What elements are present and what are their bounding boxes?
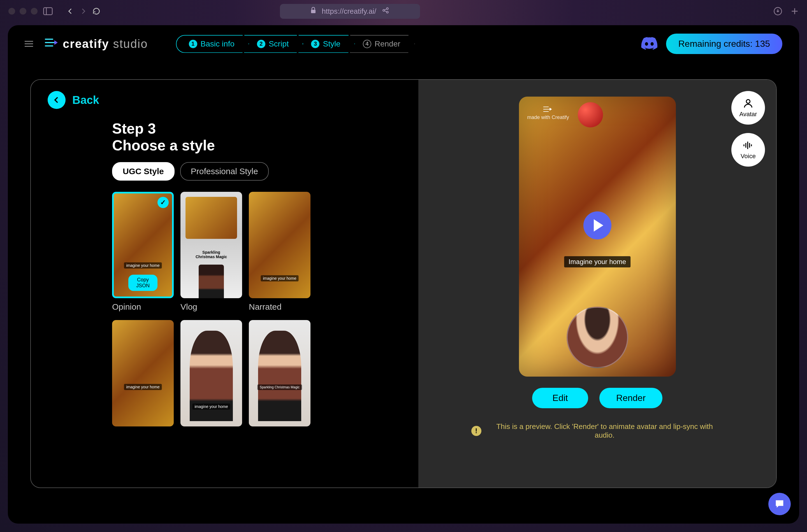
card-label-opinion: Opinion	[112, 302, 174, 312]
style-tabs: UGC Style Professional Style	[112, 162, 402, 180]
step-heading: Step 3	[112, 120, 402, 137]
close-window-icon[interactable]	[8, 8, 15, 15]
logo-mark-icon	[44, 36, 60, 52]
reload-icon[interactable]	[92, 7, 100, 15]
topbar: creatify studio 1 Basic info 2 Script 3 …	[8, 25, 799, 62]
card-label-narrated: Narrated	[249, 302, 310, 312]
logo[interactable]: creatify studio	[44, 36, 148, 52]
svg-point-11	[746, 100, 750, 103]
style-card-4[interactable]: imagine your home	[112, 320, 174, 426]
style-card-6[interactable]: Sparkling Christmas Magic	[249, 320, 310, 426]
browser-chrome: https://creatify.ai/	[0, 0, 807, 22]
nav-back-icon[interactable]	[67, 7, 74, 15]
chat-widget-icon[interactable]	[768, 493, 791, 515]
url-bar[interactable]: https://creatify.ai/	[280, 4, 420, 19]
left-pane: Back Step 3 Choose a style UGC Style Pro…	[31, 80, 418, 488]
edit-button[interactable]: Edit	[532, 388, 588, 408]
minimize-window-icon[interactable]	[20, 8, 26, 15]
thumb-5[interactable]: imagine your home	[181, 320, 242, 426]
back-button[interactable]	[48, 91, 66, 109]
play-icon	[594, 219, 603, 231]
svg-line-6	[384, 9, 387, 10]
step-basic-info[interactable]: 1 Basic info	[176, 35, 249, 53]
thumb-vlog[interactable]: SparklingChristmas Magic	[181, 192, 242, 298]
right-pane: Avatar Voice made with Creatify Imagine …	[418, 80, 776, 488]
selected-check-icon: ✓	[158, 197, 169, 208]
share-icon[interactable]	[382, 7, 389, 16]
back-label[interactable]: Back	[72, 94, 99, 107]
preview-card[interactable]: made with Creatify Imagine your home	[519, 97, 676, 377]
svg-line-7	[384, 11, 387, 12]
preview-note: ! This is a preview. Click 'Render' to a…	[471, 422, 723, 440]
thumb-opinion[interactable]: ✓ imagine your home Copy JSON	[112, 192, 174, 298]
tab-professional-style[interactable]: Professional Style	[180, 162, 269, 180]
vlog-avatar-icon	[199, 265, 224, 298]
card-label-vlog: Vlog	[181, 302, 242, 312]
preview-watermark: made with Creatify	[527, 105, 569, 120]
style-card-narrated[interactable]: imagine your home Narrated	[249, 192, 310, 312]
lock-icon	[310, 7, 316, 16]
nav-forward-icon[interactable]	[79, 7, 87, 15]
ornament-decoration	[578, 102, 603, 127]
thumb-4[interactable]: imagine your home	[112, 320, 174, 426]
discord-icon[interactable]	[641, 37, 658, 51]
style-card-vlog[interactable]: SparklingChristmas Magic Vlog	[181, 192, 242, 312]
preview-caption: Imagine your home	[564, 256, 630, 267]
logo-suffix: studio	[113, 37, 148, 51]
svg-point-3	[383, 9, 385, 11]
svg-point-4	[386, 7, 388, 10]
new-tab-icon[interactable]	[791, 7, 799, 15]
style-card-opinion[interactable]: ✓ imagine your home Copy JSON Opinion	[112, 192, 174, 312]
style-card-5[interactable]: imagine your home	[181, 320, 242, 426]
maximize-window-icon[interactable]	[31, 8, 38, 15]
svg-point-5	[386, 11, 388, 13]
svg-rect-2	[311, 10, 315, 13]
window-controls	[8, 8, 38, 15]
sidebar-toggle-icon[interactable]	[43, 7, 53, 15]
tab-ugc-style[interactable]: UGC Style	[112, 162, 175, 180]
warning-icon: !	[471, 426, 481, 436]
avatar-button[interactable]: Avatar	[731, 91, 765, 125]
credits-pill[interactable]: Remaining credits: 135	[666, 34, 782, 54]
preview-avatar-bubble	[567, 307, 628, 368]
voice-button[interactable]: Voice	[731, 133, 765, 167]
stepper: 1 Basic info 2 Script 3 Style 4 Render	[176, 35, 415, 53]
step-script[interactable]: 2 Script	[244, 35, 304, 53]
step-render[interactable]: 4 Render	[350, 35, 415, 53]
style-grid: ✓ imagine your home Copy JSON Opinion Sp…	[112, 192, 402, 426]
thumb-6[interactable]: Sparkling Christmas Magic	[249, 320, 310, 426]
svg-rect-0	[44, 7, 52, 15]
app-container: creatify studio 1 Basic info 2 Script 3 …	[8, 25, 799, 524]
step-style[interactable]: 3 Style	[298, 35, 355, 53]
thumb-narrated[interactable]: imagine your home	[249, 192, 310, 298]
main-panel: Back Step 3 Choose a style UGC Style Pro…	[30, 79, 777, 488]
step-subheading: Choose a style	[112, 137, 402, 154]
url-text: https://creatify.ai/	[322, 7, 376, 16]
play-button[interactable]	[583, 211, 611, 240]
render-button[interactable]: Render	[599, 388, 662, 408]
logo-text: creatify	[63, 37, 109, 51]
menu-icon[interactable]	[25, 41, 33, 47]
copy-json-button[interactable]: Copy JSON	[128, 275, 158, 291]
downloads-icon[interactable]	[773, 7, 782, 16]
